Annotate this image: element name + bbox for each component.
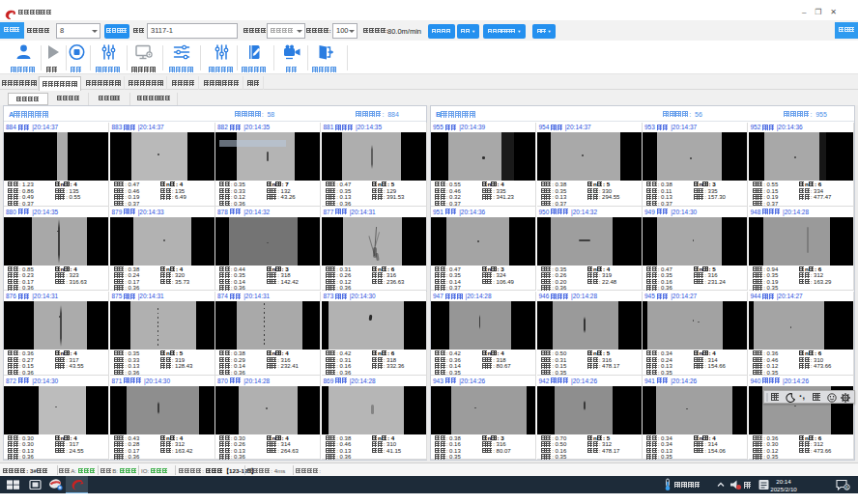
- svg-text:6: 6: [845, 485, 848, 490]
